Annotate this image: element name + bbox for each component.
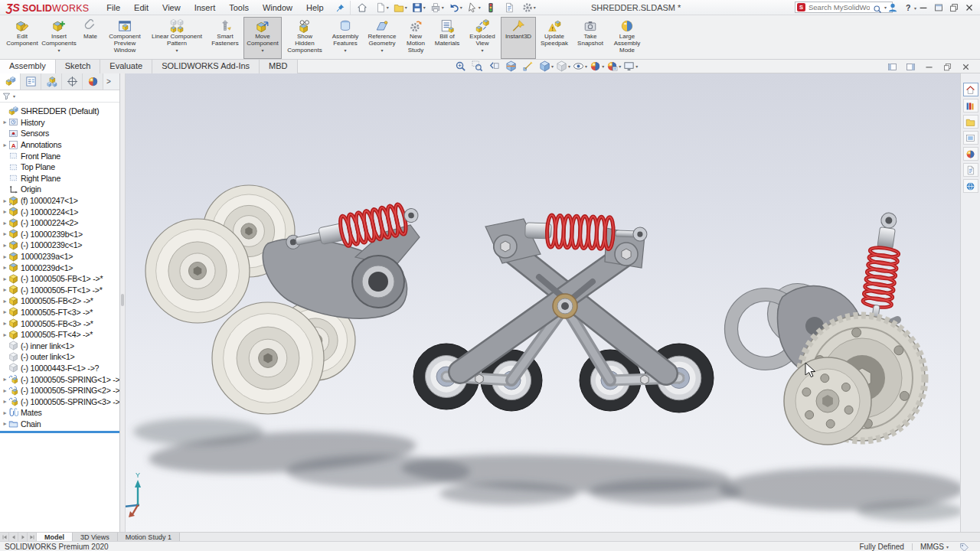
show-hidden-components-button[interactable]: Show Hidden Components▾	[282, 17, 328, 59]
model-wheel-tensioner-left[interactable]	[145, 185, 421, 414]
insert-components-button[interactable]: Insert Components▾	[40, 17, 78, 59]
menu-edit[interactable]: Edit	[127, 0, 155, 15]
tab-mbd[interactable]: MBD	[260, 60, 297, 73]
tree-item-10000505-fb-1[interactable]: ▸ (-) 10000505-FB<1> ->*	[0, 273, 119, 285]
expand-arrow-icon[interactable]: ▸	[2, 253, 8, 260]
search-input[interactable]	[807, 2, 871, 12]
dropdown-caret-icon[interactable]: ▾	[534, 5, 536, 10]
minimize-button[interactable]: ▾	[917, 0, 933, 15]
panel-splitter[interactable]	[120, 73, 126, 532]
new-motion-study-button[interactable]: New Motion Study▾	[401, 17, 430, 59]
tree-item-10000239c-1[interactable]: ▸ (-) 10000239c<1>	[0, 240, 119, 251]
expand-arrow-icon[interactable]: ▸	[2, 276, 8, 282]
zoom-to-area-button[interactable]: ▾	[472, 60, 486, 72]
large-assembly-mode-button[interactable]: Large Assembly Mode▾	[608, 17, 646, 59]
dropdown-caret-icon[interactable]: ▾	[381, 48, 383, 53]
tree-item-10000505-ft-4[interactable]: ▸ 10000505-FT<4> ->*	[0, 329, 119, 341]
view-settings-button[interactable]: ▾	[623, 60, 638, 72]
expand-arrow-icon[interactable]: ▸	[2, 242, 8, 249]
dropdown-caret-icon[interactable]: ▾	[405, 5, 407, 10]
dropdown-caret-icon[interactable]: ▾	[175, 48, 178, 53]
search-box[interactable]: S ▾	[795, 2, 893, 13]
dropdown-caret-icon[interactable]: ▾	[635, 64, 638, 69]
tree-item-10000443-f-1[interactable]: ▸ (-) 10000443-F<1> ->?	[0, 363, 119, 374]
expand-arrow-icon[interactable]: ▸	[2, 398, 8, 405]
expand-arrow-icon[interactable]: ▸	[2, 142, 8, 148]
move-component-button[interactable]: Move Component▾	[243, 17, 282, 59]
display-style-button[interactable]: ▾	[556, 60, 570, 72]
pin-toolbar-icon[interactable]	[335, 2, 345, 12]
expand-arrow-icon[interactable]: ▸	[2, 387, 8, 394]
dropdown-caret-icon[interactable]: ▾	[261, 48, 263, 53]
graphics-viewport[interactable]: Y Z	[126, 73, 960, 532]
tree-item-front-plane[interactable]: ▸ Front Plane	[0, 150, 119, 161]
menu-file[interactable]: File	[100, 0, 127, 15]
tree-item-10000224-1[interactable]: ▸ (-) 10000224<1>	[0, 206, 119, 217]
menu-view[interactable]: View	[155, 0, 188, 15]
taskpane-view-palette-tab[interactable]	[963, 131, 978, 145]
select-button[interactable]: ▾	[465, 1, 483, 15]
dropdown-caret-icon[interactable]: ▾	[57, 48, 60, 53]
menu-window[interactable]: Window	[256, 0, 299, 15]
dropdown-caret-icon[interactable]: ▾	[602, 64, 604, 69]
expand-arrow-icon[interactable]: ▸	[2, 197, 8, 204]
tree-item-10000505-spring-2[interactable]: ▸ (-) 10000505-SPRING<2> ->	[0, 385, 119, 396]
tree-item-history[interactable]: ▸ History	[0, 117, 119, 129]
taskpane-custom-properties-tab[interactable]	[963, 163, 978, 177]
expand-arrow-icon[interactable]: ▸	[2, 286, 8, 293]
tree-item-10000224-2[interactable]: ▸ (-) 10000224<2>	[0, 217, 119, 229]
dynamic-annotation-views-button[interactable]: ▾	[522, 60, 537, 72]
tree-item-sensors[interactable]: ▸ Sensors	[0, 128, 119, 139]
help-button[interactable]: ?▾	[902, 0, 917, 15]
edit-component-button[interactable]: Edit Component▾	[5, 17, 40, 59]
dropdown-caret-icon[interactable]: ▾	[423, 5, 426, 10]
tree-item-chain[interactable]: ▸ Chain	[0, 419, 119, 430]
close-button[interactable]: ▾	[963, 0, 978, 15]
tree-item-10000505-ft-1[interactable]: ▸ (-) 10000505-FT<1> ->*	[0, 285, 119, 296]
linear-component-pattern-button[interactable]: Linear Component Pattern▾	[147, 17, 207, 59]
tree-item-top-plane[interactable]: ▸ Top Plane	[0, 161, 119, 173]
restore-button[interactable]: ▾	[948, 0, 963, 15]
tree-item-right-plane[interactable]: ▸ Right Plane	[0, 173, 119, 184]
section-view-button[interactable]: ▾	[505, 60, 520, 72]
tree-item-10000505-ft-3[interactable]: ▸ 10000505-FT<3> ->*	[0, 307, 119, 318]
expand-arrow-icon[interactable]: ▸	[2, 230, 8, 237]
tree-item-10000505-fb-3[interactable]: ▸ 10000505-FB<3> ->*	[0, 318, 119, 329]
expand-arrow-icon[interactable]: ▸	[2, 331, 8, 338]
previous-view-button[interactable]: ▾	[488, 60, 503, 72]
dropdown-caret-icon[interactable]: ▾	[914, 5, 916, 11]
tree-item-outer-link-1[interactable]: ▸ (-) outer link<1>	[0, 351, 119, 363]
menu-tools[interactable]: Tools	[222, 0, 256, 15]
tags-icon[interactable]	[959, 542, 969, 551]
tab-evaluate[interactable]: Evaluate	[100, 60, 152, 73]
tree-item-annotations[interactable]: ▸ A Annotations	[0, 139, 119, 151]
panel-overflow-chevron[interactable]: >	[103, 73, 114, 90]
save-button[interactable]: ▾	[410, 1, 428, 15]
options-button[interactable]: ▾	[520, 1, 538, 15]
dropdown-caret-icon[interactable]: ▾	[387, 5, 389, 10]
dropdown-caret-icon[interactable]: ▾	[442, 5, 444, 10]
apply-scene-button[interactable]: ▾	[606, 60, 621, 72]
taskpane-design-library-tab[interactable]	[963, 99, 978, 112]
first-frame-button[interactable]	[0, 533, 9, 541]
tab-solidworks-add-ins[interactable]: SOLIDWORKS Add-Ins	[152, 60, 260, 73]
smart-fasteners-button[interactable]: Smart Fasteners▾	[207, 17, 243, 59]
zoom-to-fit-button[interactable]: ▾	[455, 60, 469, 72]
assembly-features-button[interactable]: Assembly Features▾	[328, 17, 363, 59]
motion-study-1-tab[interactable]: Motion Study 1	[118, 533, 180, 541]
propertymanager-tab[interactable]	[21, 73, 41, 90]
dropdown-caret-icon[interactable]: ▾	[344, 48, 346, 53]
dropdown-caret-icon[interactable]: ▾	[481, 48, 483, 53]
component-preview-window-button[interactable]: Component Preview Window▾	[103, 17, 147, 59]
tree-item-10000239b-1[interactable]: ▸ (-) 10000239b<1>	[0, 229, 119, 240]
mate-button[interactable]: Mate▾	[78, 17, 103, 59]
instant3d-button[interactable]: Instant3D▾	[501, 17, 536, 59]
menu-help[interactable]: Help	[299, 0, 331, 15]
displaymanager-tab[interactable]	[83, 73, 103, 90]
tree-item-mates[interactable]: ▸ Mates	[0, 407, 119, 419]
undo-button[interactable]: ▾	[446, 1, 465, 15]
expand-arrow-icon[interactable]: ▸	[2, 420, 8, 427]
reference-geometry-button[interactable]: Reference Geometry▾	[363, 17, 401, 59]
take-snapshot-button[interactable]: Take Snapshot▾	[573, 17, 608, 59]
dimxpertmanager-tab[interactable]	[62, 73, 83, 90]
